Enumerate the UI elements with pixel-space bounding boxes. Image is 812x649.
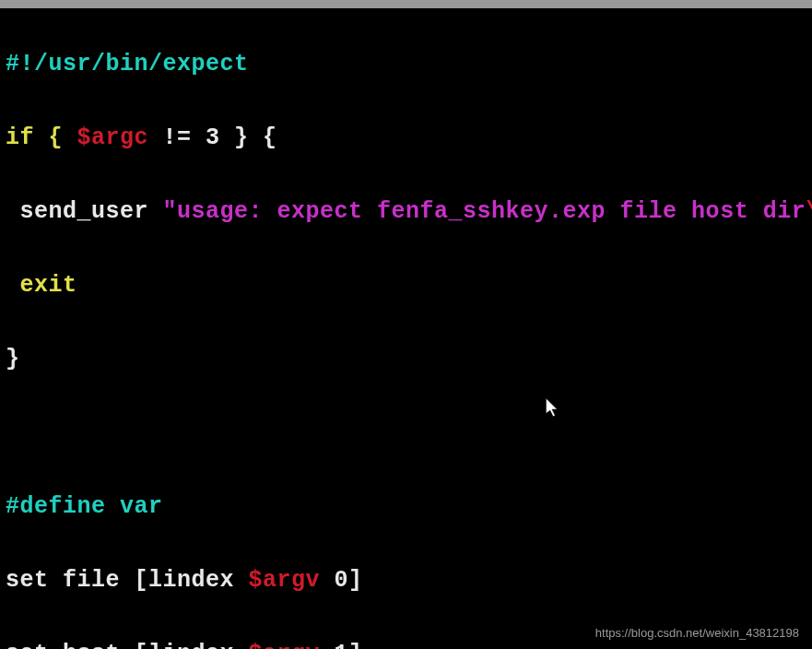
string: "usage: expect fenfa_sshkey.exp file hos… <box>163 198 806 225</box>
code-line: } <box>6 341 807 378</box>
set-cmd: set file [lindex <box>6 567 249 594</box>
code-line: send_user "usage: expect fenfa_sshkey.ex… <box>6 194 807 230</box>
brace: } <box>6 346 20 372</box>
keyword-if: if { <box>6 124 77 151</box>
variable: $argv <box>249 567 321 594</box>
code-line: #!/usr/bin/expect <box>6 46 807 83</box>
comment: #define var <box>6 493 163 520</box>
variable: $argv <box>249 641 321 649</box>
code-line: exit <box>6 267 807 304</box>
index: 1] <box>320 641 363 649</box>
operator: != 3 } { <box>148 124 277 151</box>
set-cmd: set host [lindex <box>6 641 249 649</box>
code-line: set file [lindex $argv 0] <box>6 562 807 599</box>
shebang: #!/usr/bin/expect <box>6 51 249 77</box>
blank <box>6 419 20 446</box>
keyword-exit: exit <box>6 272 77 299</box>
terminal-content: #!/usr/bin/expect if { $argc != 3 } { se… <box>6 9 807 649</box>
code-line <box>6 415 807 452</box>
index: 0] <box>320 567 363 594</box>
window-top-bar <box>0 0 812 8</box>
code-line: #define var <box>6 489 807 525</box>
code-line: if { $argc != 3 } { <box>6 120 807 157</box>
escape: \n <box>806 198 812 225</box>
command: send_user <box>6 198 163 225</box>
watermark-text: https://blog.csdn.net/weixin_43812198 <box>595 626 799 640</box>
variable: $argc <box>77 124 149 151</box>
